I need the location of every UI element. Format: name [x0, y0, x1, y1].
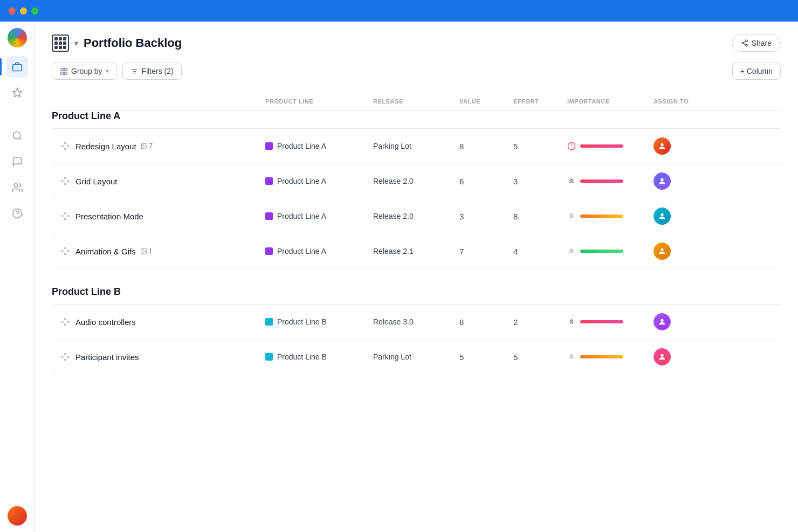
effort-cell: 3: [513, 177, 567, 186]
face-icon: [658, 317, 666, 326]
effort-cell: 2: [513, 317, 567, 327]
traffic-light-red[interactable]: [9, 8, 16, 15]
sidebar-item-star[interactable]: [6, 82, 28, 103]
assign-cell: [653, 313, 718, 330]
product-line-cell: Product Line B: [265, 317, 373, 326]
page-title-area: ▾ Portfolio Backlog: [52, 34, 182, 52]
medium-importance-icon: [567, 212, 576, 220]
sidebar-item-chat[interactable]: [6, 151, 28, 172]
assignee-avatar[interactable]: [653, 313, 671, 330]
sidebar-item-help[interactable]: [6, 203, 28, 224]
assignee-avatar[interactable]: [653, 243, 671, 260]
value-cell: 7: [459, 247, 513, 256]
traffic-light-green[interactable]: [31, 8, 38, 15]
sidebar-item-briefcase[interactable]: [6, 56, 28, 78]
svg-point-47: [61, 321, 63, 323]
assignee-avatar[interactable]: [653, 172, 671, 190]
title-bar: [0, 0, 798, 22]
assign-cell: [653, 137, 718, 155]
app-logo[interactable]: [8, 28, 27, 47]
face-icon: [658, 247, 666, 255]
svg-rect-13: [65, 68, 67, 70]
release-cell: Release 2.1: [373, 247, 459, 255]
svg-point-32: [65, 183, 66, 185]
assignee-avatar[interactable]: [653, 137, 671, 155]
col-header-product-line: PRODUCT LINE: [265, 98, 373, 105]
svg-point-34: [65, 212, 66, 214]
filters-button[interactable]: Filters (2): [122, 63, 182, 80]
value-cell: 3: [459, 212, 513, 221]
row-type-icon: [60, 211, 70, 221]
svg-rect-14: [61, 72, 63, 74]
svg-point-40: [61, 251, 63, 252]
table-row[interactable]: Participant invitesProduct Line BParking…: [52, 340, 781, 375]
share-icon: [741, 39, 748, 47]
sidebar-item-search[interactable]: [6, 125, 28, 147]
add-column-button[interactable]: + Column: [732, 63, 781, 80]
importance-cell: [567, 177, 653, 185]
assignee-avatar[interactable]: [653, 348, 671, 365]
view-icon-button[interactable]: [52, 34, 69, 52]
product-line-name: Product Line A: [277, 142, 326, 150]
face-icon: [658, 142, 666, 150]
importance-cell: [567, 353, 653, 361]
row-type-icon: [60, 141, 70, 151]
effort-cell: 5: [513, 353, 567, 362]
table-row[interactable]: Animation & Gifs 1Product Line ARelease …: [52, 234, 781, 269]
user-avatar[interactable]: [8, 506, 27, 526]
image-badge: 1: [140, 247, 153, 255]
page-title: Portfolio Backlog: [84, 36, 182, 50]
main-content: ▾ Portfolio Backlog Share Group b: [35, 22, 798, 532]
importance-cell: [567, 247, 653, 255]
product-color-dot: [265, 212, 273, 220]
traffic-light-yellow[interactable]: [20, 8, 27, 15]
chat-icon: [12, 156, 23, 167]
high-importance-icon: [567, 177, 576, 185]
product-color-dot: [265, 353, 273, 361]
effort-cell: 4: [513, 247, 567, 256]
row-item-name: Presentation Mode: [75, 212, 143, 221]
sidebar-item-people[interactable]: [6, 177, 28, 198]
group-by-button[interactable]: Group by ▾: [52, 63, 117, 80]
value-cell: 8: [459, 142, 513, 151]
people-icon: [12, 182, 23, 193]
row-type-icon: [60, 317, 70, 327]
row-item-name: Audio controllers: [75, 317, 136, 327]
col-header-name: [60, 98, 265, 105]
toolbar-left: Group by ▾ Filters (2): [52, 63, 182, 80]
assign-cell: [653, 348, 718, 365]
table-row[interactable]: Redesign Layout 7Product Line AParking L…: [52, 129, 781, 164]
table-row[interactable]: Grid LayoutProduct Line ARelease 2.063: [52, 164, 781, 199]
star-icon: [12, 87, 23, 98]
row-type-icon: [60, 176, 70, 186]
svg-point-42: [65, 253, 66, 255]
group-by-chevron: ▾: [106, 67, 109, 75]
filter-icon: [130, 67, 139, 75]
product-line-name: Product Line A: [277, 177, 326, 185]
row-name-cell: Audio controllers: [60, 317, 265, 327]
row-name-cell: Grid Layout: [60, 176, 265, 186]
table-row[interactable]: Presentation ModeProduct Line ARelease 2…: [52, 199, 781, 234]
svg-rect-12: [61, 68, 63, 70]
value-cell: 8: [459, 317, 513, 327]
table-row[interactable]: Audio controllersProduct Line BRelease 3…: [52, 305, 781, 340]
svg-rect-15: [65, 72, 67, 74]
importance-bar: [580, 179, 623, 183]
svg-point-45: [661, 248, 663, 251]
assign-cell: [653, 208, 718, 225]
svg-point-29: [65, 177, 66, 179]
svg-point-38: [661, 213, 663, 216]
importance-bar: [580, 144, 623, 148]
svg-point-22: [65, 148, 66, 150]
release-cell: Parking Lot: [373, 353, 459, 361]
view-chevron-icon[interactable]: ▾: [74, 39, 78, 47]
app-body: ▾ Portfolio Backlog Share Group b: [0, 22, 798, 532]
svg-point-3: [13, 132, 20, 139]
col-header-assign: ASSIGN TO: [653, 98, 718, 105]
medium-importance-icon: [567, 353, 576, 361]
share-button[interactable]: Share: [732, 34, 781, 52]
product-color-dot: [265, 177, 273, 185]
assignee-avatar[interactable]: [653, 208, 671, 225]
svg-point-28: [661, 143, 663, 146]
svg-point-44: [142, 250, 143, 251]
